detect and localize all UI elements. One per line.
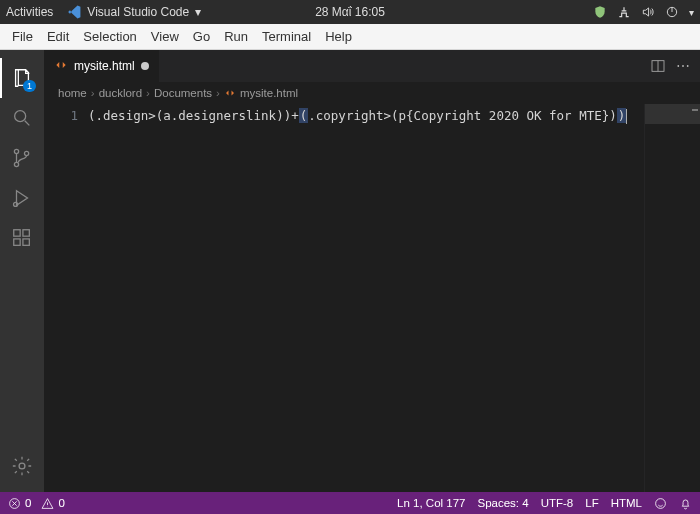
line-number-gutter: 1 (44, 104, 88, 492)
extensions-icon (11, 227, 33, 249)
html-file-icon (54, 58, 68, 75)
bell-icon (679, 497, 692, 510)
text-cursor (626, 109, 627, 124)
search-icon (11, 107, 33, 129)
svg-rect-7 (14, 239, 20, 245)
split-editor-icon[interactable] (650, 58, 666, 74)
menu-go[interactable]: Go (187, 26, 216, 47)
menu-selection[interactable]: Selection (77, 26, 142, 47)
minimap[interactable] (644, 104, 700, 492)
errors-count: 0 (25, 497, 31, 509)
html-file-icon (224, 86, 236, 99)
svg-point-4 (24, 151, 28, 155)
svg-point-1 (15, 111, 26, 122)
status-spaces[interactable]: Spaces: 4 (478, 497, 529, 509)
chevron-right-icon: › (146, 87, 150, 99)
minimap-viewport[interactable] (645, 104, 700, 124)
warning-icon (41, 497, 54, 510)
app-menu[interactable]: Visual Studio Code ▾ (67, 5, 201, 19)
activities-button[interactable]: Activities (6, 5, 53, 19)
breadcrumb-seg[interactable]: ducklord (99, 87, 142, 99)
run-debug-button[interactable] (0, 178, 44, 218)
svg-point-3 (14, 162, 18, 166)
breadcrumb-seg[interactable]: Documents (154, 87, 212, 99)
code-area[interactable]: (.design>(a.designerslink))+(.copyright>… (88, 104, 644, 492)
status-bell[interactable] (679, 497, 692, 510)
line-number: 1 (44, 108, 78, 123)
activity-bar: 1 (0, 50, 44, 492)
menubar: File Edit Selection View Go Run Terminal… (0, 24, 700, 50)
shield-icon[interactable] (593, 5, 607, 19)
play-icon (11, 187, 33, 209)
gear-icon (11, 455, 33, 477)
status-eol[interactable]: LF (585, 497, 598, 509)
more-actions-icon[interactable]: ⋯ (676, 58, 690, 74)
status-language[interactable]: HTML (611, 497, 642, 509)
bracket-highlight: ) (617, 108, 627, 123)
tab-modified-indicator (141, 62, 149, 70)
power-icon[interactable] (665, 5, 679, 19)
chevron-right-icon: › (216, 87, 220, 99)
svg-point-10 (19, 463, 25, 469)
code-text: (.design>(a.designerslink))+ (88, 108, 299, 123)
settings-button[interactable] (0, 446, 44, 486)
bracket-highlight: ( (299, 108, 309, 123)
tab-label: mysite.html (74, 59, 135, 73)
svg-point-5 (14, 202, 18, 206)
svg-rect-6 (14, 230, 20, 236)
editor[interactable]: 1 (.design>(a.designerslink))+(.copyrigh… (44, 104, 700, 492)
app-menu-label: Visual Studio Code (87, 5, 189, 19)
code-text: .copyright>(p{Copyright 2020 OK for MTE}… (308, 108, 617, 123)
menu-view[interactable]: View (145, 26, 185, 47)
minimap-content (692, 109, 698, 111)
breadcrumb-seg[interactable]: mysite.html (240, 87, 298, 99)
explorer-badge: 1 (23, 80, 36, 92)
status-position[interactable]: Ln 1, Col 177 (397, 497, 465, 509)
menu-file[interactable]: File (6, 26, 39, 47)
tab-bar: mysite.html ⋯ (44, 50, 700, 82)
menu-edit[interactable]: Edit (41, 26, 75, 47)
breadcrumb-seg[interactable]: home (58, 87, 87, 99)
chevron-down-icon: ▾ (195, 5, 201, 19)
vscode-icon (67, 5, 81, 19)
scm-button[interactable] (0, 138, 44, 178)
gnome-top-bar: Activities Visual Studio Code ▾ 28 Μαΐ 1… (0, 0, 700, 24)
breadcrumb[interactable]: home › ducklord › Documents › mysite.htm… (44, 82, 700, 104)
svg-rect-9 (23, 230, 29, 236)
chevron-down-icon[interactable]: ▾ (689, 7, 694, 18)
status-bar: 0 0 Ln 1, Col 177 Spaces: 4 UTF-8 LF HTM… (0, 492, 700, 514)
svg-point-2 (14, 149, 18, 153)
menu-terminal[interactable]: Terminal (256, 26, 317, 47)
explorer-button[interactable]: 1 (0, 58, 44, 98)
error-icon (8, 497, 21, 510)
search-button[interactable] (0, 98, 44, 138)
svg-point-13 (656, 498, 666, 508)
status-errors[interactable]: 0 (8, 497, 31, 510)
branch-icon (11, 147, 33, 169)
svg-rect-8 (23, 239, 29, 245)
chevron-right-icon: › (91, 87, 95, 99)
menu-help[interactable]: Help (319, 26, 358, 47)
status-feedback[interactable] (654, 497, 667, 510)
network-icon[interactable] (617, 5, 631, 19)
menu-run[interactable]: Run (218, 26, 254, 47)
warnings-count: 0 (58, 497, 64, 509)
tab-mysite[interactable]: mysite.html (44, 50, 160, 82)
status-warnings[interactable]: 0 (41, 497, 64, 510)
feedback-icon (654, 497, 667, 510)
status-encoding[interactable]: UTF-8 (541, 497, 574, 509)
clock[interactable]: 28 Μαΐ 16:05 (315, 5, 385, 19)
volume-icon[interactable] (641, 5, 655, 19)
extensions-button[interactable] (0, 218, 44, 258)
